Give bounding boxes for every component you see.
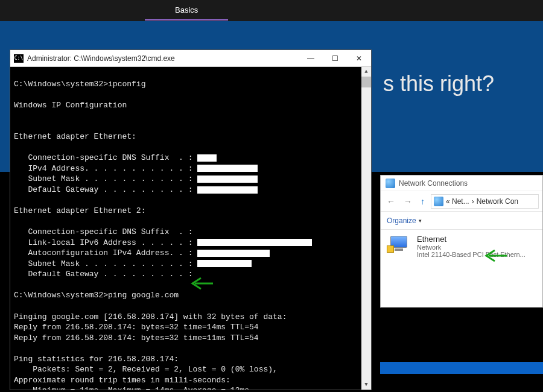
redacted-value	[197, 250, 270, 257]
adapter-name: Ethernet	[417, 235, 526, 244]
redacted-value	[197, 175, 258, 183]
cmd-line: Packets: Sent = 2, Received = 2, Lost = …	[14, 365, 278, 374]
cmd-line: Link-local IPv6 Address . . . . . :	[14, 238, 197, 247]
cmd-line: Default Gateway . . . . . . . . . :	[14, 185, 197, 194]
cmd-output[interactable]: C:\Windows\system32>ipconfig Windows IP …	[10, 67, 371, 390]
cmd-line: C:\Windows\system32>ipconfig	[14, 80, 145, 89]
chevron-right-icon: ›	[472, 197, 474, 206]
network-icon	[386, 179, 395, 188]
cmd-line: Windows IP Configuration	[14, 101, 127, 110]
redacted-value	[197, 260, 252, 267]
cmd-line: Minimum = 11ms, Maximum = 14ms, Average …	[14, 386, 249, 390]
nav-forward-icon[interactable]: →	[401, 195, 414, 207]
cmd-line: Subnet Mask . . . . . . . . . . . :	[14, 259, 197, 268]
cmd-line: Reply from 216.58.208.174: bytes=32 time…	[14, 334, 259, 343]
redacted-value	[197, 165, 258, 172]
minimize-button[interactable]: —	[299, 50, 323, 67]
breadcrumb-part[interactable]: Network Con	[477, 197, 518, 206]
cmd-line: C:\Windows\system32>ping google.com	[14, 291, 179, 300]
close-button[interactable]: ✕	[347, 50, 371, 67]
breadcrumb-part[interactable]: « Net...	[446, 197, 469, 206]
scroll-up-icon[interactable]: ▲	[361, 67, 371, 77]
ethernet-adapter-item[interactable]: Ethernet Network Intel 21140-Based PCI F…	[417, 235, 526, 302]
net-body: Ethernet Network Intel 21140-Based PCI F…	[381, 230, 542, 307]
ethernet-adapter-icon[interactable]	[387, 235, 411, 256]
tab-basics[interactable]: Basics	[145, 1, 228, 21]
organize-menu[interactable]: Organize	[387, 217, 416, 225]
scroll-down-icon[interactable]: ▼	[361, 380, 371, 390]
redacted-value	[197, 239, 312, 246]
net-navbar: ← → ↑ « Net... › Network Con	[381, 191, 542, 212]
cmd-line: Ethernet adapter Ethernet:	[14, 132, 136, 141]
cmd-line: Approximate round trip times in milli-se…	[14, 376, 230, 385]
setup-heading: s this right?	[383, 71, 494, 96]
cmd-window: C:\ Administrator: C:\Windows\system32\c…	[10, 49, 372, 390]
maximize-button[interactable]: ☐	[323, 50, 347, 67]
app-top-bar: Basics	[0, 0, 543, 21]
cmd-line: Reply from 216.58.208.174: bytes=32 time…	[14, 323, 259, 332]
cmd-line: Connection-specific DNS Suffix . :	[14, 153, 197, 162]
cmd-line: IPv4 Address. . . . . . . . . . . :	[14, 164, 197, 173]
cmd-line: Default Gateway . . . . . . . . . :	[14, 270, 192, 279]
adapter-status: Network	[417, 244, 526, 251]
cmd-titlebar[interactable]: C:\ Administrator: C:\Windows\system32\c…	[10, 50, 371, 67]
redacted-value	[197, 186, 258, 194]
network-connections-window: Network Connections ← → ↑ « Net... › Net…	[380, 175, 543, 308]
nav-back-icon[interactable]: ←	[384, 195, 398, 207]
cmd-scrollbar[interactable]: ▲ ▼	[361, 67, 371, 390]
net-toolbar: Organize ▾	[381, 212, 542, 230]
cmd-line: Subnet Mask . . . . . . . . . . . :	[14, 174, 197, 183]
net-title: Network Connections	[399, 179, 468, 188]
breadcrumb-icon	[434, 197, 443, 206]
cmd-line: Connection-specific DNS Suffix . :	[14, 227, 192, 236]
redacted-value	[197, 154, 217, 162]
cmd-title: Administrator: C:\Windows\system32\cmd.e…	[27, 54, 299, 63]
cmd-icon: C:\	[14, 54, 24, 63]
cmd-line: Autoconfiguration IPv4 Address. . :	[14, 248, 197, 258]
adapter-description: Intel 21140-Based PCI Fast Ethern...	[417, 251, 526, 258]
scroll-thumb[interactable]	[361, 77, 371, 87]
breadcrumb[interactable]: « Net... › Network Con	[431, 194, 539, 209]
chevron-down-icon[interactable]: ▾	[419, 218, 422, 224]
cmd-line: Pinging google.com [216.58.208.174] with…	[14, 312, 287, 321]
net-titlebar[interactable]: Network Connections	[381, 175, 542, 191]
nav-up-icon[interactable]: ↑	[418, 195, 427, 207]
cmd-line: Ping statistics for 216.58.208.174:	[14, 355, 179, 364]
setup-backdrop-lower	[380, 362, 543, 374]
cmd-line: Ethernet adapter Ethernet 2:	[14, 206, 145, 215]
